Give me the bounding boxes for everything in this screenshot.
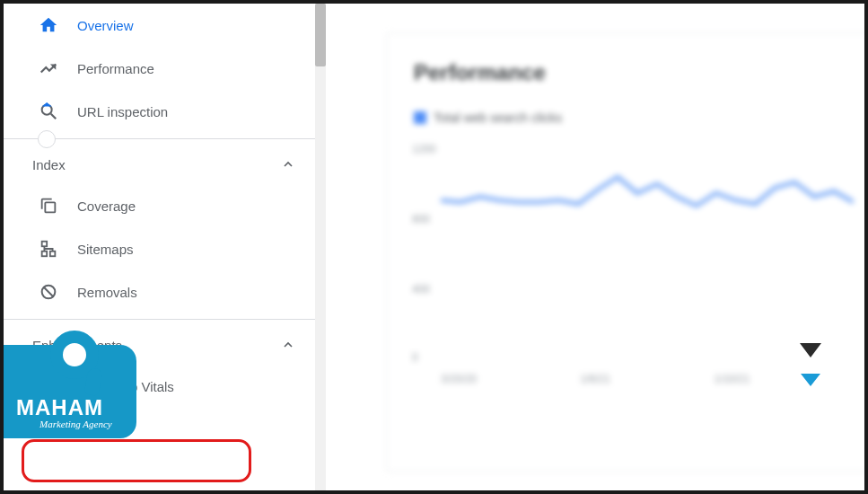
y-tick: 800 — [412, 213, 430, 225]
x-tick: 3/20/20 — [441, 373, 477, 385]
sidebar-scrollbar-track[interactable] — [315, 4, 326, 490]
sidebar-item-label: Removals — [77, 285, 137, 300]
sidebar-item-label: Performance — [77, 61, 154, 76]
home-icon — [38, 14, 59, 36]
card-title: Performance — [414, 60, 843, 85]
legend-label: Total web search clicks — [434, 110, 562, 125]
sidebar-divider — [4, 138, 322, 139]
trend-up-icon — [38, 57, 59, 79]
dropdown-arrows-overlay — [800, 343, 821, 386]
logo-tagline: Marketing Agency — [39, 419, 112, 429]
watermark-logo: MAHAM Marketing Agency — [4, 345, 156, 453]
svg-rect-2 — [45, 202, 55, 212]
sidebar-item-label: Overview — [77, 18, 134, 33]
chart-line — [441, 143, 854, 358]
y-tick: 400 — [412, 283, 430, 296]
y-tick: 0 — [412, 351, 418, 364]
sidebar-item-overview[interactable]: Overview — [4, 4, 322, 47]
sidebar-item-label: Coverage — [77, 198, 136, 214]
logo-name: MAHAM — [16, 395, 103, 420]
x-tick: 1/10/21 — [714, 373, 750, 385]
svg-rect-5 — [50, 251, 56, 257]
sidebar-section-index[interactable]: Index — [4, 145, 322, 184]
performance-chart: 1200 800 400 0 3/20/20 1/6/21 1/10/21 — [414, 143, 854, 358]
sidebar-item-coverage[interactable]: Coverage — [4, 184, 322, 227]
triangle-down-icon — [801, 374, 820, 386]
triangle-down-icon — [800, 343, 821, 357]
x-axis-ticks: 3/20/20 1/6/21 1/10/21 — [441, 373, 854, 385]
sidebar-divider — [4, 319, 322, 320]
arrow-marker-icon — [38, 130, 56, 148]
svg-rect-3 — [42, 242, 48, 247]
sidebar-item-sitemaps[interactable]: Sitemaps — [4, 227, 322, 270]
sidebar-item-removals[interactable]: Removals — [4, 270, 322, 313]
removals-icon — [38, 281, 59, 303]
y-tick: 1200 — [412, 143, 436, 155]
sitemap-icon — [38, 238, 59, 260]
sidebar-item-url-inspection[interactable]: URL inspection — [4, 90, 322, 133]
sidebar-item-label: URL inspection — [77, 104, 168, 119]
svg-line-7 — [44, 287, 54, 297]
svg-line-1 — [51, 114, 57, 119]
main-content: Performance Total web search clicks 1200… — [327, 4, 864, 490]
x-tick: 1/6/21 — [581, 373, 610, 385]
svg-rect-4 — [42, 251, 48, 257]
chevron-up-icon — [281, 157, 295, 172]
sidebar-item-performance[interactable]: Performance — [4, 47, 322, 90]
section-label: Index — [32, 157, 66, 172]
app-window: Overview Performance URL inspection Inde… — [0, 0, 868, 494]
legend-swatch-icon — [414, 111, 426, 124]
magnifier-icon — [38, 101, 59, 122]
sidebar-item-label: Sitemaps — [77, 242, 134, 257]
sidebar-scrollbar-thumb[interactable] — [315, 4, 326, 66]
performance-card: Performance Total web search clicks 1200… — [386, 32, 868, 472]
chart-legend: Total web search clicks — [414, 110, 843, 125]
chevron-up-icon — [281, 338, 295, 352]
copy-icon — [38, 195, 59, 216]
